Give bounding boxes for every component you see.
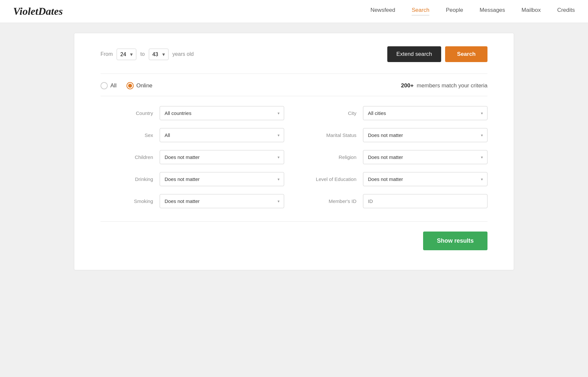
education-select[interactable]: Does not matter High School Bachelor's M… [363, 172, 487, 186]
member-id-input-wrap [363, 194, 487, 208]
show-results-button[interactable]: Show results [423, 232, 487, 250]
nav-item-messages[interactable]: Messages [480, 7, 505, 16]
country-select[interactable]: All countries United States United Kingd… [160, 106, 284, 120]
search-panel: From 24 18192021 22232526 to 43 30354045… [74, 33, 514, 270]
sex-label: Sex [101, 132, 153, 138]
marital-select-wrap: Does not matter Single Married Divorced … [363, 128, 487, 142]
radio-all[interactable]: All [101, 82, 117, 89]
drinking-select[interactable]: Does not matter Never Occasionally Regul… [160, 172, 284, 186]
nav-item-mailbox[interactable]: Mailbox [522, 7, 541, 16]
radio-all-circle[interactable] [101, 82, 108, 89]
nav-item-people[interactable]: People [446, 7, 463, 16]
filter-member-id-row: Member's ID [304, 194, 487, 208]
age-from-select-box[interactable]: 24 18192021 22232526 [117, 49, 136, 60]
radio-online-inner [128, 84, 132, 88]
smoking-select[interactable]: Does not matter Never Occasionally Regul… [160, 194, 284, 208]
religion-label: Religion [304, 154, 356, 160]
match-label: members match your criteria [417, 82, 487, 89]
extend-search-button[interactable]: Extend search [387, 46, 441, 62]
city-select-wrap: All cities New York London Los Angeles ▾ [363, 106, 487, 120]
filter-religion-row: Religion Does not matter Christian Musli… [304, 150, 487, 164]
age-from-select[interactable]: 24 18192021 22232526 [120, 52, 133, 57]
age-filter-row: From 24 18192021 22232526 to 43 30354045… [101, 46, 487, 62]
nav-link-mailbox[interactable]: Mailbox [522, 7, 541, 13]
sex-select-wrap: All Male Female ▾ [160, 128, 284, 142]
nav-item-search[interactable]: Search [412, 7, 429, 16]
brand-logo[interactable]: VioletDates [13, 5, 63, 17]
radio-online[interactable]: Online [126, 82, 152, 89]
city-select[interactable]: All cities New York London Los Angeles [363, 106, 487, 120]
education-select-wrap: Does not matter High School Bachelor's M… [363, 172, 487, 186]
to-label: to [140, 51, 145, 57]
religion-select[interactable]: Does not matter Christian Muslim Jewish … [363, 150, 487, 164]
filters-grid: Country All countries United States Unit… [101, 106, 487, 208]
nav-menu: Newsfeed Search People Messages Mailbox … [371, 7, 575, 16]
country-select-wrap: All countries United States United Kingd… [160, 106, 284, 120]
from-label: From [101, 51, 113, 57]
radio-online-label: Online [136, 82, 152, 89]
drinking-label: Drinking [101, 176, 153, 182]
filter-sex-row: Sex All Male Female ▾ [101, 128, 284, 142]
divider-1 [101, 74, 487, 74]
years-old-label: years old [172, 51, 387, 57]
filter-radio-row: All Online 200+ members match your crite… [101, 82, 487, 89]
results-footer: Show results [101, 221, 487, 250]
religion-select-wrap: Does not matter Christian Muslim Jewish … [363, 150, 487, 164]
smoking-label: Smoking [101, 198, 153, 204]
filter-drinking-row: Drinking Does not matter Never Occasiona… [101, 172, 284, 186]
member-id-label: Member's ID [304, 198, 356, 204]
sex-select[interactable]: All Male Female [160, 128, 284, 142]
match-count: 200+ [401, 82, 414, 89]
navbar: VioletDates Newsfeed Search People Messa… [0, 0, 588, 23]
filter-children-row: Children Does not matter Yes No ▾ [101, 150, 284, 164]
age-to-select[interactable]: 43 30354045 505560 [152, 52, 165, 57]
age-to-select-box[interactable]: 43 30354045 505560 [149, 49, 169, 60]
match-criteria-text: 200+ members match your criteria [401, 82, 487, 89]
nav-link-messages[interactable]: Messages [480, 7, 505, 13]
filter-marital-row: Marital Status Does not matter Single Ma… [304, 128, 487, 142]
city-label: City [304, 110, 356, 116]
education-label: Level of Education [304, 176, 356, 182]
marital-label: Marital Status [304, 132, 356, 138]
nav-link-newsfeed[interactable]: Newsfeed [371, 7, 396, 13]
drinking-select-wrap: Does not matter Never Occasionally Regul… [160, 172, 284, 186]
divider-2 [101, 96, 487, 96]
search-button[interactable]: Search [445, 46, 487, 62]
filter-city-row: City All cities New York London Los Ange… [304, 106, 487, 120]
radio-online-circle[interactable] [126, 82, 134, 89]
smoking-select-wrap: Does not matter Never Occasionally Regul… [160, 194, 284, 208]
filter-country-row: Country All countries United States Unit… [101, 106, 284, 120]
nav-link-search[interactable]: Search [412, 7, 429, 13]
nav-item-newsfeed[interactable]: Newsfeed [371, 7, 396, 16]
filter-education-row: Level of Education Does not matter High … [304, 172, 487, 186]
country-label: Country [101, 110, 153, 116]
filter-smoking-row: Smoking Does not matter Never Occasional… [101, 194, 284, 208]
nav-link-credits[interactable]: Credits [557, 7, 575, 13]
member-id-input[interactable] [363, 194, 487, 208]
children-select[interactable]: Does not matter Yes No [160, 150, 284, 164]
marital-select[interactable]: Does not matter Single Married Divorced [363, 128, 487, 142]
children-label: Children [101, 154, 153, 160]
nav-link-people[interactable]: People [446, 7, 463, 13]
children-select-wrap: Does not matter Yes No ▾ [160, 150, 284, 164]
nav-item-credits[interactable]: Credits [557, 7, 575, 16]
radio-all-label: All [110, 82, 117, 89]
